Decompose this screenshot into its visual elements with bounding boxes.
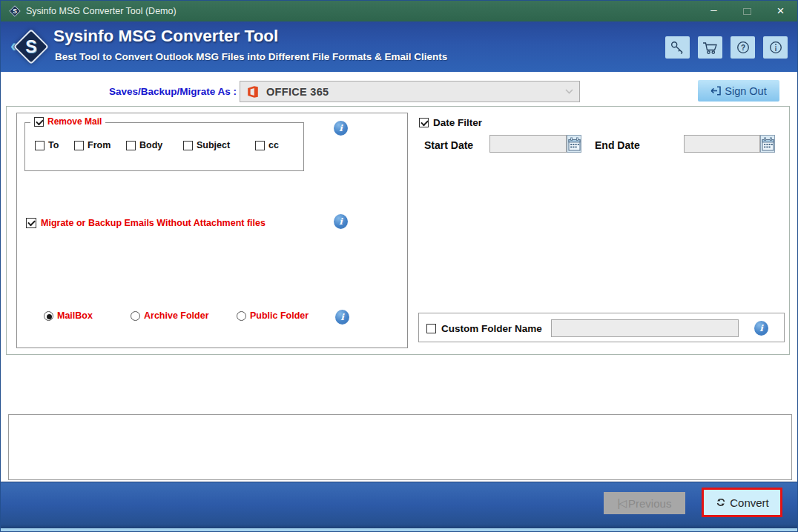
svg-text:?: ? <box>740 44 745 52</box>
remove-field-body: Body <box>126 140 162 150</box>
log-panel <box>8 414 792 480</box>
logo-diamond: S <box>13 29 49 64</box>
remove-mail-info-icon[interactable]: i <box>334 121 348 136</box>
end-date-label: End Date <box>595 139 640 151</box>
migrate-without-attachments-row: Migrate or Backup Emails Without Attachm… <box>26 218 266 228</box>
activation-key-button[interactable] <box>665 36 690 59</box>
remove-mail-group: Remove Mail To From Body <box>24 122 304 171</box>
convert-icon <box>715 497 727 508</box>
app-icon-letter: S <box>13 7 17 15</box>
key-icon <box>670 40 685 55</box>
migrate-info-icon[interactable]: i <box>334 214 348 229</box>
brand-logo: ‹ S <box>11 27 51 67</box>
migrate-without-attachments-label: Migrate or Backup Emails Without Attachm… <box>41 218 266 228</box>
app-window: S Sysinfo MSG Converter Tool (Demo) – × … <box>0 0 798 532</box>
remove-field-subject: Subject <box>183 140 230 150</box>
start-date-label: Start Date <box>424 139 473 151</box>
save-as-label: Saves/Backup/Migrate As : <box>90 81 237 102</box>
page-title: Sysinfo MSG Converter Tool <box>53 27 278 46</box>
previous-label: Previous <box>628 497 671 510</box>
previous-button[interactable]: |◁ Previous <box>604 492 685 514</box>
custom-folder-input[interactable] <box>551 319 739 337</box>
footer-bar: |◁ Previous Convert <box>1 482 797 531</box>
svg-text:i: i <box>774 45 776 53</box>
public-folder-radio-item[interactable]: Public Folder <box>237 310 309 321</box>
app-icon: S <box>9 5 21 17</box>
help-icon: ? <box>736 40 751 55</box>
signout-icon <box>710 86 722 96</box>
logo-letter: S <box>20 36 42 58</box>
mailbox-radio[interactable] <box>44 311 53 321</box>
migrate-without-attachments-checkbox[interactable] <box>26 218 36 228</box>
remove-field-cc: cc <box>255 140 279 150</box>
page-subtitle: Best Tool to Convert Outlook MSG Files i… <box>55 51 447 62</box>
cart-icon <box>702 41 719 55</box>
maximize-button[interactable] <box>731 1 764 21</box>
calendar-icon <box>762 137 774 151</box>
main-content: Saves/Backup/Migrate As : OFFICE 365 <box>1 72 797 482</box>
format-dropdown[interactable]: OFFICE 365 <box>240 81 580 102</box>
custom-folder-box: Custom Folder Name i <box>418 313 785 342</box>
maximize-icon <box>743 8 751 15</box>
from-checkbox[interactable] <box>74 141 84 150</box>
remove-field-to: To <box>35 140 59 150</box>
about-button[interactable]: i <box>763 36 788 59</box>
end-date-calendar-button[interactable] <box>760 135 775 153</box>
minimize-button[interactable]: – <box>697 1 731 21</box>
date-filter-label: Date Filter <box>433 117 482 128</box>
convert-button[interactable]: Convert <box>702 488 782 517</box>
custom-folder-info-icon[interactable]: i <box>754 321 768 336</box>
custom-folder-row: Custom Folder Name <box>426 323 542 334</box>
to-checkbox[interactable] <box>35 141 44 150</box>
subject-checkbox[interactable] <box>183 141 193 150</box>
folder-type-info-icon[interactable]: i <box>335 310 349 325</box>
window-controls: – × <box>697 1 797 21</box>
header-actions: ? i <box>665 36 788 59</box>
remove-mail-label: Remove Mail <box>47 116 102 127</box>
cc-checkbox[interactable] <box>255 141 265 150</box>
body-checkbox[interactable] <box>126 141 136 150</box>
mailbox-radio-item[interactable]: MailBox <box>44 310 93 321</box>
signout-button[interactable]: Sign Out <box>698 80 779 102</box>
date-filter-row: Date Filter <box>419 117 482 128</box>
options-panel: Remove Mail To From Body <box>6 106 790 355</box>
previous-icon: |◁ <box>618 497 625 509</box>
custom-folder-label: Custom Folder Name <box>441 323 542 334</box>
archive-folder-radio[interactable] <box>131 311 140 321</box>
signout-label: Sign Out <box>725 85 766 97</box>
calendar-icon <box>568 137 581 151</box>
help-button[interactable]: ? <box>731 36 755 59</box>
window-title: Sysinfo MSG Converter Tool (Demo) <box>26 1 177 21</box>
chevron-down-icon <box>565 89 573 94</box>
start-date-calendar-button[interactable] <box>567 135 581 153</box>
public-folder-radio[interactable] <box>237 311 246 321</box>
titlebar: S Sysinfo MSG Converter Tool (Demo) – × <box>1 1 797 21</box>
end-date-input[interactable] <box>684 135 760 153</box>
start-date-input[interactable] <box>489 135 567 153</box>
about-info-icon: i <box>768 40 783 55</box>
purchase-cart-button[interactable] <box>698 36 722 59</box>
convert-label: Convert <box>730 496 769 509</box>
format-dropdown-value: OFFICE 365 <box>266 86 329 98</box>
close-button[interactable]: × <box>764 1 797 21</box>
custom-folder-checkbox[interactable] <box>426 324 436 333</box>
office365-icon <box>246 85 260 99</box>
remove-field-from: From <box>74 140 111 150</box>
app-header: ‹ S Sysinfo MSG Converter Tool Best Tool… <box>1 21 797 72</box>
archive-folder-radio-item[interactable]: Archive Folder <box>131 310 209 321</box>
date-filter-checkbox[interactable] <box>419 118 429 127</box>
mail-options-panel: Remove Mail To From Body <box>16 113 408 348</box>
remove-mail-checkbox[interactable] <box>34 117 44 127</box>
